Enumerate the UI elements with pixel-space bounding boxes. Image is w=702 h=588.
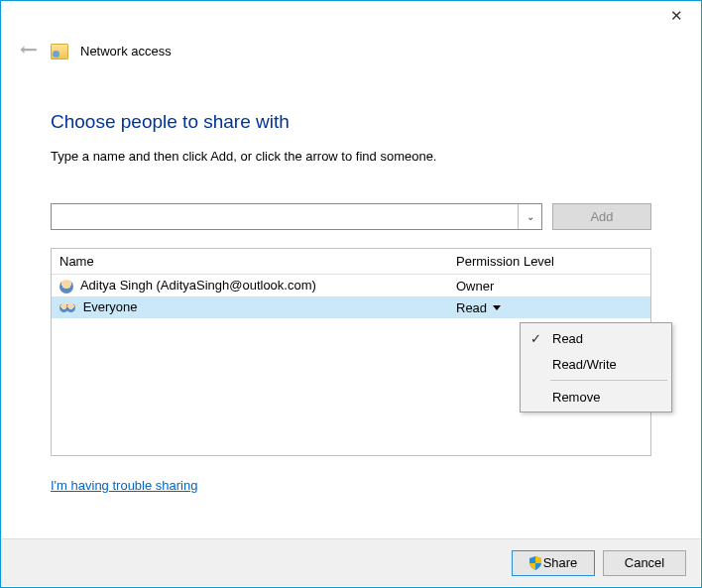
help-link[interactable]: I'm having trouble sharing [51,478,197,493]
cancel-button[interactable]: Cancel [603,550,686,576]
add-button[interactable]: Add [552,203,651,230]
group-icon [59,301,75,315]
column-header-permission[interactable]: Permission Level [456,254,643,269]
menu-item-read[interactable]: Read [523,325,669,351]
back-arrow-icon[interactable]: 🠔 [19,41,39,61]
menu-separator [550,380,667,381]
footer-bar: Share Cancel [2,538,700,586]
table-row[interactable]: Aditya Singh (AdityaSingh@outlook.com) O… [52,275,650,296]
close-icon[interactable]: ✕ [661,7,691,25]
name-combobox[interactable]: ⌄ [51,203,542,230]
shield-icon [529,556,541,570]
share-button[interactable]: Share [512,550,595,576]
header: 🠔 Network access [1,31,701,61]
page-subtitle: Network access [80,44,172,59]
user-icon [59,280,73,294]
permission-dropdown[interactable]: Read [456,300,501,315]
table-row[interactable]: Everyone Read [52,296,650,318]
row-name: Everyone [83,299,138,314]
permission-menu: Read Read/Write Remove [520,322,672,412]
chevron-down-icon [493,305,501,310]
column-header-name[interactable]: Name [59,254,456,269]
combobox-arrow-icon[interactable]: ⌄ [518,204,541,229]
menu-item-remove[interactable]: Remove [523,384,669,410]
page-heading: Choose people to share with [51,111,651,133]
name-input[interactable] [52,204,518,229]
instruction-text: Type a name and then click Add, or click… [51,149,651,164]
share-button-label: Share [543,555,578,570]
row-name: Aditya Singh (AdityaSingh@outlook.com) [80,278,316,293]
row-permission: Owner [456,279,643,294]
menu-item-readwrite[interactable]: Read/Write [523,351,669,377]
network-folder-icon [51,44,68,59]
row-permission: Read [456,300,487,315]
